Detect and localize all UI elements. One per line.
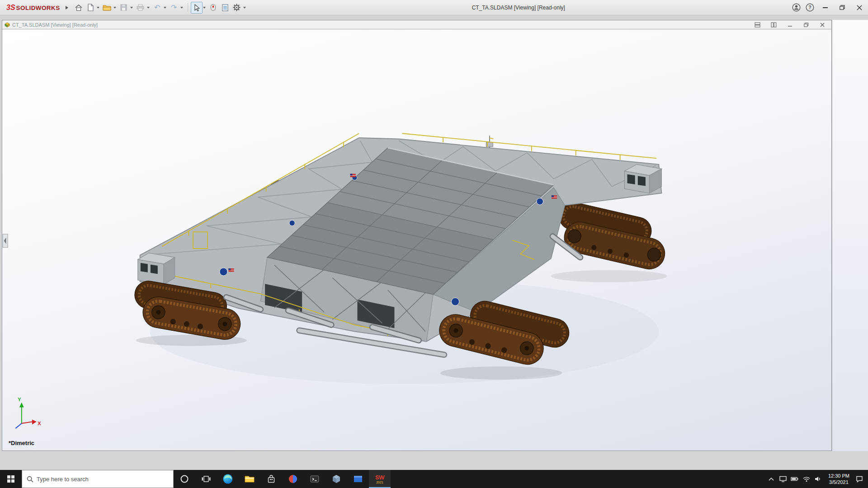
undo-dropdown-arrow[interactable] [164,7,166,9]
triad-y-label: Y [18,397,21,402]
save-dropdown-arrow[interactable] [130,7,133,9]
search-icon [27,476,33,483]
undo-icon: ↶ [154,3,160,12]
network-tray-button[interactable] [801,470,812,488]
taskbar-clock[interactable]: 12:30 PM 3/5/2021 [824,473,854,486]
us-flag [228,268,234,272]
tile-horizontal-icon [755,22,760,28]
feature-tree-collapse-tab[interactable] [3,234,8,247]
hidden-icons-button[interactable] [765,470,777,488]
paint-app-button[interactable] [282,470,304,488]
select-tool-button[interactable] [191,2,203,14]
action-center-button[interactable] [854,470,865,488]
solidworks-taskbar-button[interactable]: SW 2021 [369,470,391,488]
toolbar-separator [188,3,188,12]
restore-icon [840,5,845,10]
tile-vertical-icon [771,22,777,28]
volume-tray-button[interactable] [812,470,824,488]
monitor-tray-button[interactable] [777,470,789,488]
open-button[interactable] [101,2,113,14]
titlebar-right-cluster: ? [789,0,868,15]
view-orientation-label: *Dimetric [9,440,34,446]
close-icon [857,5,862,10]
search-input[interactable] [37,476,169,483]
document-titlebar[interactable]: CT_TA.SLDASM [Viewing] [Read-only] [2,20,831,29]
chevron-up-icon [768,477,774,481]
document-window-controls [754,22,826,28]
redo-button[interactable]: ↷ [168,2,180,14]
doc-restore-button[interactable] [802,22,810,28]
wifi-icon [802,476,811,482]
task-pane-collapsed[interactable] [832,20,868,451]
track-unit-right [552,199,672,272]
solidworks-logo[interactable]: 3S SOLIDWORKS [0,4,64,12]
evaluate-sheet-icon [222,4,228,11]
app-restore-button[interactable] [834,0,851,15]
save-button[interactable] [118,2,130,14]
orientation-triad: Y X [15,397,41,428]
open-dropdown-arrow[interactable] [113,7,116,9]
us-flag [350,174,356,177]
terminal-app-icon [309,473,321,485]
window-app-button[interactable] [347,470,369,488]
select-dropdown-arrow[interactable] [203,7,206,9]
monitor-icon [779,475,787,483]
home-button[interactable] [73,2,85,14]
new-document-button[interactable] [85,2,96,14]
redo-dropdown-arrow[interactable] [180,7,183,9]
taskbar-search[interactable] [22,470,174,488]
store-icon [265,473,277,485]
app-close-button[interactable] [851,0,868,15]
status-bar [0,451,868,470]
graphics-viewport[interactable]: Y X *Dimetric [2,29,831,450]
file-explorer-icon [244,473,255,485]
print-dropdown-arrow[interactable] [147,7,150,9]
cad-cube-app-button[interactable] [326,470,347,488]
doc-minimize-button[interactable] [786,22,793,28]
print-button[interactable] [135,2,146,14]
options-dropdown-arrow[interactable] [243,7,246,9]
battery-icon [791,476,799,482]
doc-tile-vertical-button[interactable] [770,22,777,28]
help-icon: ? [806,3,814,12]
terminal-app-button[interactable] [304,470,326,488]
brand-expand-arrow[interactable] [66,6,68,9]
viewport-canvas[interactable]: Y X [2,29,831,450]
battery-tray-button[interactable] [789,470,801,488]
edge-icon [222,473,234,485]
control-cab-left [138,253,175,285]
account-button[interactable] [789,0,803,15]
open-folder-icon [103,4,111,11]
cortana-button[interactable] [174,470,195,488]
document-window: CT_TA.SLDASM [Viewing] [Read-only] [2,20,832,451]
task-view-button[interactable] [195,470,217,488]
application-titlebar: 3S SOLIDWORKS [0,0,868,15]
control-cab-right [624,164,661,193]
options-button[interactable] [231,2,243,14]
evaluate-button[interactable] [219,2,231,14]
account-icon [792,3,801,12]
redo-icon: ↷ [171,3,177,12]
home-icon [75,4,83,11]
action-center-icon [855,475,863,483]
us-flag [552,195,557,198]
help-glyph: ? [808,5,811,10]
mouse-gestures-button[interactable] [208,2,219,14]
task-view-icon [201,475,211,483]
window-app-icon [352,473,364,485]
app-minimize-button[interactable] [816,0,834,15]
store-button[interactable] [260,470,282,488]
new-dropdown-arrow[interactable] [97,7,99,9]
file-explorer-button[interactable] [239,470,260,488]
help-button[interactable]: ? [803,0,816,15]
edge-button[interactable] [217,470,239,488]
cad-cube-app-icon [330,473,342,485]
doc-close-button[interactable] [819,22,826,28]
paint-app-icon [287,473,299,485]
doc-tile-horizontal-button[interactable] [754,22,761,28]
start-button[interactable] [0,470,22,488]
window-title: CT_TA.SLDASM [Viewing] [Read-only] [248,5,789,11]
solidworks-app-icon: SW 2021 [375,474,384,484]
undo-button[interactable]: ↶ [151,2,163,14]
quick-access-toolbar: ↶ ↷ [73,2,248,14]
